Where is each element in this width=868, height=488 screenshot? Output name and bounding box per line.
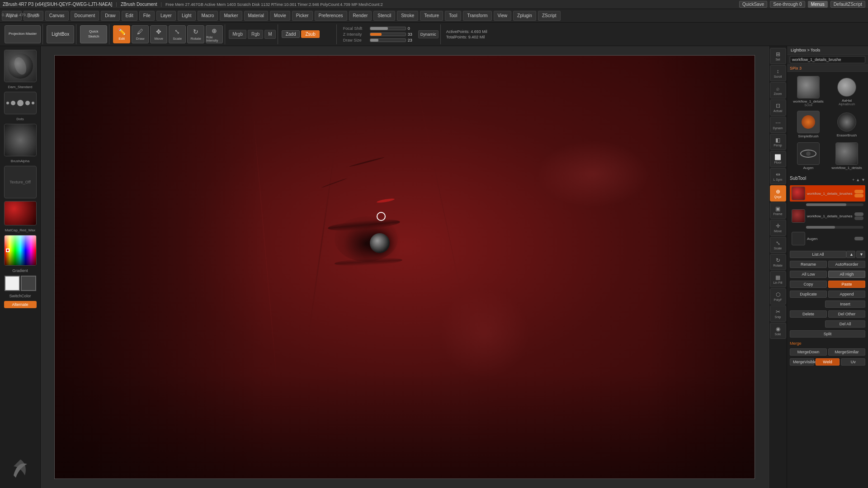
menu-texture[interactable]: Texture bbox=[420, 11, 443, 21]
side-btn-scroll[interactable]: ↕ Scroll bbox=[770, 65, 786, 81]
split-button[interactable]: Split bbox=[790, 330, 865, 338]
del-all-button[interactable]: Del All bbox=[825, 320, 865, 328]
brush-item-augen[interactable]: Augen bbox=[790, 141, 827, 171]
rename-button[interactable]: Rename bbox=[790, 261, 827, 268]
menu-stroke[interactable]: Stroke bbox=[397, 11, 418, 21]
default-zscript-button[interactable]: DefaultZScript bbox=[830, 1, 865, 8]
paste-button[interactable]: Paste bbox=[828, 281, 865, 288]
rotate-button[interactable]: ↻ Rotate bbox=[187, 25, 204, 43]
list-arrow-down[interactable]: ▼ bbox=[856, 251, 865, 258]
list-arrow-up[interactable]: ▲ bbox=[846, 251, 855, 258]
scale-button[interactable]: ⤡ Scale bbox=[169, 25, 186, 43]
side-btn-zoom[interactable]: ⌕ Zoom bbox=[770, 82, 786, 99]
menu-canvas[interactable]: Canvas bbox=[45, 11, 69, 21]
brush-item-eraserbrush[interactable]: EraserBrush bbox=[828, 109, 865, 140]
del-other-button[interactable]: Del Other bbox=[828, 310, 865, 318]
subtool-opacity-slider-1[interactable] bbox=[806, 203, 863, 206]
menu-render[interactable]: Render bbox=[349, 11, 372, 21]
menu-marker[interactable]: Marker bbox=[220, 11, 242, 21]
side-btn-persp[interactable]: ◧ Persp bbox=[770, 134, 786, 150]
focal-shift-bar[interactable] bbox=[370, 27, 406, 30]
menu-file[interactable]: File bbox=[139, 11, 155, 21]
draw-button[interactable]: 🖊 Draw bbox=[132, 25, 149, 43]
role-intensity-button[interactable]: ⊕ Role Intensity bbox=[206, 25, 223, 43]
brush-preview[interactable] bbox=[4, 50, 37, 82]
menu-zplugin[interactable]: Zplugin bbox=[513, 11, 536, 21]
menu-light[interactable]: Light bbox=[178, 11, 196, 21]
side-btn-qxyz[interactable]: ⊕ Qxyz bbox=[770, 185, 786, 202]
background-color-swatch[interactable] bbox=[21, 276, 36, 291]
subtool-item-3[interactable]: Augen bbox=[790, 230, 865, 247]
brush-item-workflow[interactable]: workflow_1_details Scroll bbox=[790, 75, 827, 108]
subtool-remove-btn[interactable]: ▲ bbox=[856, 178, 860, 182]
subtool-item-2[interactable]: workflow_1_details_brushes bbox=[790, 208, 865, 224]
insert-button[interactable]: Insert bbox=[825, 300, 865, 308]
side-btn-rotate[interactable]: ↻ Rotate bbox=[770, 254, 786, 270]
append-button[interactable]: Append bbox=[828, 291, 865, 298]
see-through-button[interactable]: See-through 0 bbox=[770, 1, 805, 8]
brush-alpha-preview[interactable] bbox=[4, 124, 37, 156]
move-button[interactable]: ✥ Move bbox=[150, 25, 167, 43]
side-btn-scale[interactable]: ⤡ Scale bbox=[770, 237, 786, 253]
side-btn-actual[interactable]: ⊡ Actual bbox=[770, 99, 786, 116]
rgb-button[interactable]: Rgb bbox=[248, 30, 263, 39]
canvas-viewport[interactable] bbox=[54, 55, 755, 479]
quick-sketch-button[interactable]: QuickSketch bbox=[80, 25, 107, 43]
menu-material[interactable]: Material bbox=[244, 11, 269, 21]
subtool-toggle-2[interactable] bbox=[854, 212, 863, 216]
menu-edit[interactable]: Edit bbox=[122, 11, 137, 21]
delete-button[interactable]: Delete bbox=[790, 310, 827, 318]
menu-draw[interactable]: Draw bbox=[101, 11, 119, 21]
brush-item-aahat[interactable]: AaHat AlphaBrush bbox=[828, 75, 865, 108]
autoreorder-button[interactable]: AutoReorder bbox=[828, 261, 865, 268]
dynamic-button[interactable]: Dynamic bbox=[418, 30, 439, 38]
intensity-bar[interactable] bbox=[370, 33, 406, 36]
side-btn-sole[interactable]: ◉ Sole bbox=[770, 323, 786, 339]
copy-button[interactable]: Copy bbox=[790, 281, 827, 288]
color-picker[interactable] bbox=[4, 235, 37, 266]
menu-transform[interactable]: Transform bbox=[463, 11, 491, 21]
side-btn-sel[interactable]: ⊞ Sel bbox=[770, 48, 786, 64]
side-btn-dynamic[interactable]: ⋯ Dynam bbox=[770, 117, 786, 133]
subtool-opacity-slider-2[interactable] bbox=[806, 226, 863, 229]
menus-button[interactable]: Menus bbox=[808, 1, 828, 8]
edit-button[interactable]: ✏️ Edit bbox=[113, 25, 130, 43]
menu-document[interactable]: Document bbox=[71, 11, 99, 21]
lightbox-button[interactable]: LightBox bbox=[47, 25, 74, 43]
uv-button[interactable]: Uv bbox=[841, 358, 865, 366]
menu-zscript[interactable]: ZScript bbox=[538, 11, 561, 21]
side-btn-linfill[interactable]: ▦ Lin Fill bbox=[770, 271, 786, 287]
subtool-toggle-1[interactable] bbox=[854, 190, 863, 193]
side-btn-polyf[interactable]: ⬡ PolyF bbox=[770, 288, 786, 305]
list-all-button[interactable]: List All bbox=[790, 251, 846, 258]
all-low-button[interactable]: All Low bbox=[790, 271, 827, 278]
alternate-button[interactable]: Alternate bbox=[4, 301, 37, 308]
brush-filter-input[interactable] bbox=[790, 56, 865, 63]
subtool-add-btn[interactable]: + bbox=[852, 178, 854, 182]
weld-button[interactable]: Weld bbox=[816, 358, 840, 366]
foreground-color-swatch[interactable] bbox=[5, 276, 20, 291]
menu-tool[interactable]: Tool bbox=[445, 11, 461, 21]
mrgb-button[interactable]: Mrgb bbox=[229, 30, 246, 39]
quicksave-button[interactable]: QuickSave bbox=[739, 1, 767, 8]
subtool-toggle-2b[interactable] bbox=[854, 216, 863, 220]
brush-item-simplebrush[interactable]: SimpleBrush bbox=[790, 109, 827, 140]
subtool-toggle-3[interactable] bbox=[854, 237, 863, 240]
subtool-arrow-btn[interactable]: ▼ bbox=[861, 178, 865, 182]
side-btn-floor[interactable]: ⬜ Floor bbox=[770, 151, 786, 167]
brush-item-workflow2[interactable]: workflow_1_details bbox=[828, 141, 865, 171]
side-btn-frame[interactable]: ▣ Frame bbox=[770, 202, 786, 219]
all-high-button[interactable]: All High bbox=[828, 271, 865, 278]
canvas-area[interactable] bbox=[41, 46, 769, 488]
merge-similar-button[interactable]: MergeSimilar bbox=[828, 348, 865, 356]
projection-master-button[interactable]: Projection Master bbox=[5, 25, 41, 43]
side-btn-snip[interactable]: ✂ Snip bbox=[770, 305, 786, 322]
material-color-swatch[interactable] bbox=[4, 201, 37, 225]
menu-view[interactable]: View bbox=[494, 11, 512, 21]
menu-stencil[interactable]: Stencil bbox=[373, 11, 395, 21]
dots-preview[interactable] bbox=[4, 92, 37, 114]
zadd-button[interactable]: Zadd bbox=[282, 30, 300, 38]
menu-macro[interactable]: Macro bbox=[198, 11, 218, 21]
merge-down-button[interactable]: MergeDown bbox=[790, 348, 827, 356]
texture-off-button[interactable]: Texture_Off bbox=[4, 166, 37, 198]
